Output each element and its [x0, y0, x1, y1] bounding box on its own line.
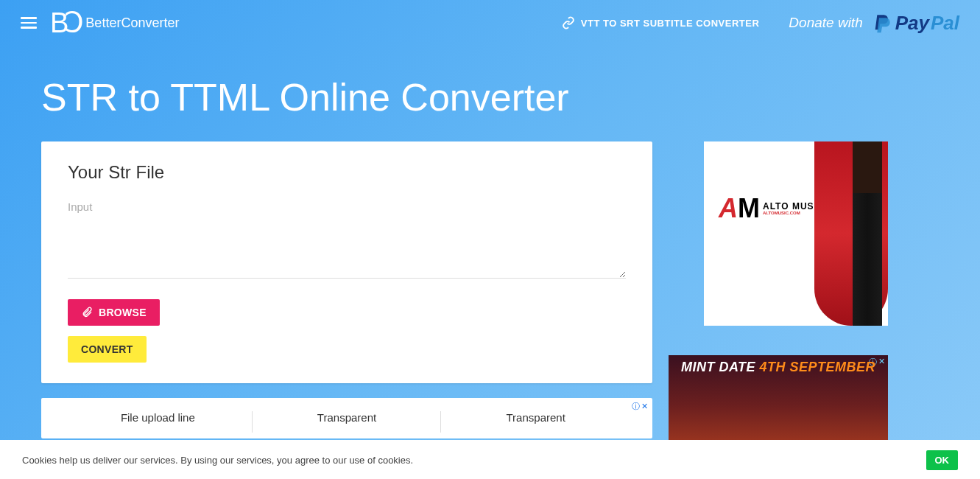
logo[interactable]: BƆ BetterConverter [50, 9, 179, 37]
header-right: VTT TO SRT SUBTITLE CONVERTER Donate wit… [562, 11, 959, 35]
alto-m: M [738, 193, 760, 223]
ad-info-icon: ⓘ [632, 401, 640, 412]
convert-label: CONVERT [81, 343, 133, 355]
brand-name: BetterConverter [85, 15, 179, 31]
side-column: ⓘ ✕ AM ALTO MUSIC ALTOMUSIC.COM ⓘ ✕ [682, 141, 888, 479]
header: BƆ BetterConverter VTT TO SRT SUBTITLE C… [0, 0, 980, 46]
mint-prefix: MINT DATE [681, 360, 760, 374]
cookie-ok-button[interactable]: OK [926, 450, 959, 470]
alto-a: A [719, 193, 738, 223]
header-converter-link[interactable]: VTT TO SRT SUBTITLE CONVERTER [562, 16, 760, 29]
header-link-label: VTT TO SRT SUBTITLE CONVERTER [581, 18, 760, 29]
cookie-text: Cookies help us deliver our services. By… [22, 455, 413, 466]
content: Your Str File BROWSE CONVERT ⓘ ✕ File up… [0, 141, 980, 479]
ad-col-3[interactable]: Transparent [441, 411, 630, 438]
browse-button[interactable]: BROWSE [68, 299, 160, 326]
mint-date-text: MINT DATE 4TH SEPTEMBER [669, 360, 888, 375]
ad-badge[interactable]: ⓘ ✕ [632, 401, 648, 412]
paypal-text-1: Pay [895, 12, 929, 35]
donate-prefix: Donate with [789, 15, 862, 31]
donate-link[interactable]: Donate with PayPal [789, 11, 959, 35]
link-icon [562, 16, 575, 29]
paypal-text-2: Pal [931, 12, 959, 35]
side-ad-1[interactable]: ⓘ ✕ AM ALTO MUSIC ALTOMUSIC.COM [704, 141, 888, 326]
guitar-image [814, 141, 888, 326]
menu-icon[interactable] [21, 17, 37, 29]
cookie-bar: Cookies help us deliver our services. By… [0, 440, 980, 479]
page-title: STR to TTML Online Converter [0, 46, 980, 141]
convert-button[interactable]: CONVERT [68, 336, 147, 363]
paypal-logo: PayPal [870, 11, 959, 35]
file-input-textarea[interactable] [68, 197, 626, 279]
ad-col-2[interactable]: Transparent [253, 411, 442, 438]
converter-card: Your Str File BROWSE CONVERT [41, 141, 652, 383]
mint-date-value: 4TH SEPTEMBER [760, 360, 876, 374]
card-heading: Your Str File [68, 162, 626, 183]
ad-col-1[interactable]: File upload line [63, 411, 253, 438]
paypal-icon [870, 11, 894, 35]
ad-row[interactable]: ⓘ ✕ File upload line Transparent Transpa… [41, 398, 652, 438]
main-column: Your Str File BROWSE CONVERT ⓘ ✕ File up… [41, 141, 652, 479]
browse-label: BROWSE [99, 307, 147, 318]
ad-close-icon: ✕ [641, 402, 648, 411]
paperclip-icon [81, 307, 93, 318]
logo-mark: BƆ [50, 9, 80, 37]
